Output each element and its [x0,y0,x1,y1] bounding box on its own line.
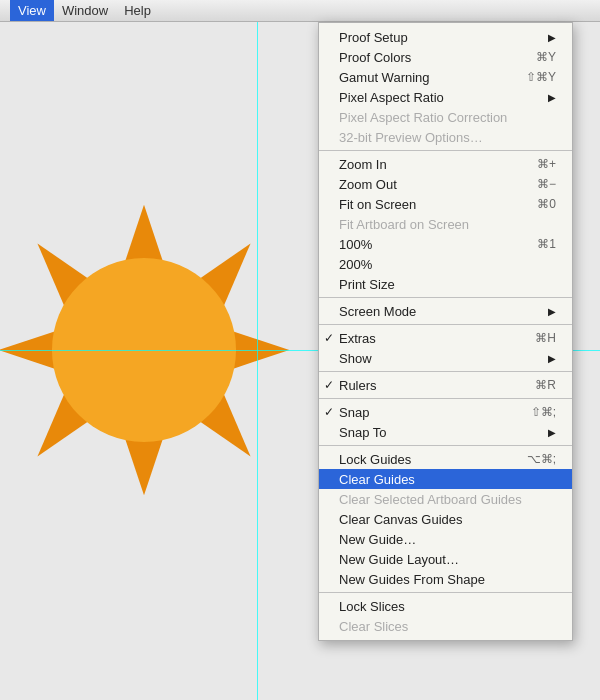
menu-item-screen-mode[interactable]: Screen Mode ▶ [319,301,572,321]
menu-item-new-guide[interactable]: New Guide… [319,529,572,549]
menu-item-lock-slices[interactable]: Lock Slices [319,596,572,616]
menu-bar-help[interactable]: Help [116,0,159,21]
separator-6 [319,445,572,446]
separator-5 [319,398,572,399]
menu-item-new-guides-from-shape[interactable]: New Guides From Shape [319,569,572,589]
menu-bar: View Window Help [0,0,600,22]
menu-item-32bit-preview: 32-bit Preview Options… [319,127,572,147]
menu-item-snap-to[interactable]: Snap To ▶ [319,422,572,442]
menu-item-clear-selected-artboard-guides: Clear Selected Artboard Guides [319,489,572,509]
menu-item-100pct[interactable]: 100% ⌘1 [319,234,572,254]
menu-item-200pct[interactable]: 200% [319,254,572,274]
separator-2 [319,297,572,298]
svg-marker-4 [125,437,164,495]
menu-item-extras[interactable]: Extras ⌘H [319,328,572,348]
menu-item-zoom-in[interactable]: Zoom In ⌘+ [319,154,572,174]
menu-item-fit-on-screen[interactable]: Fit on Screen ⌘0 [319,194,572,214]
menu-item-show[interactable]: Show ▶ [319,348,572,368]
separator-1 [319,150,572,151]
menu-bar-view[interactable]: View [10,0,54,21]
menu-item-clear-canvas-guides[interactable]: Clear Canvas Guides [319,509,572,529]
menu-bar-window[interactable]: Window [54,0,116,21]
menu-item-proof-setup[interactable]: Proof Setup ▶ [319,27,572,47]
view-dropdown-menu: Proof Setup ▶ Proof Colors ⌘Y Gamut Warn… [318,22,573,641]
separator-3 [319,324,572,325]
menu-item-gamut-warning[interactable]: Gamut Warning ⇧⌘Y [319,67,572,87]
menu-item-clear-slices: Clear Slices [319,616,572,636]
menu-item-print-size[interactable]: Print Size [319,274,572,294]
separator-4 [319,371,572,372]
menu-item-lock-guides[interactable]: Lock Guides ⌥⌘; [319,449,572,469]
svg-marker-0 [125,205,164,263]
menu-item-clear-guides[interactable]: Clear Guides [319,469,572,489]
menu-item-zoom-out[interactable]: Zoom Out ⌘− [319,174,572,194]
menu-item-snap[interactable]: Snap ⇧⌘; [319,402,572,422]
menu-item-pixel-aspect-ratio-correction: Pixel Aspect Ratio Correction [319,107,572,127]
separator-7 [319,592,572,593]
menu-item-rulers[interactable]: Rulers ⌘R [319,375,572,395]
menu-item-proof-colors[interactable]: Proof Colors ⌘Y [319,47,572,67]
menu-item-new-guide-layout[interactable]: New Guide Layout… [319,549,572,569]
menu-item-pixel-aspect-ratio[interactable]: Pixel Aspect Ratio ▶ [319,87,572,107]
menu-item-fit-artboard: Fit Artboard on Screen [319,214,572,234]
vertical-guide [257,0,258,700]
